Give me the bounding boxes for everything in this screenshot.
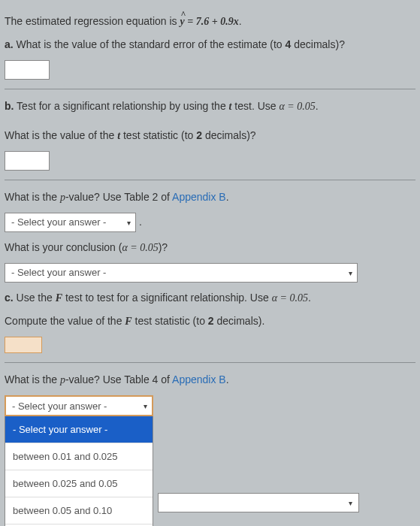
fstat-pre: Compute the value of the <box>5 315 125 327</box>
dropdown-option[interactable]: between 0.05 and 0.10 <box>5 497 153 524</box>
tstat-two: 2 <box>196 129 202 141</box>
part-b-period: . <box>316 100 319 112</box>
pvalb-p: p <box>60 192 65 203</box>
separator-3 <box>5 362 415 363</box>
part-c-label: c. <box>5 292 14 304</box>
pvalue-b-question: What is the p-value? Use Table 2 of Appe… <box>5 189 415 205</box>
appendix-b-link-2[interactable]: Appendix B <box>172 373 226 385</box>
dropdown-selected-label: - Select your answer - <box>12 401 107 412</box>
concl-post: )? <box>159 241 168 253</box>
intro-period: . <box>239 15 242 27</box>
part-c-period: . <box>308 292 311 304</box>
pvalc-p: p <box>60 374 65 385</box>
regression-equation-text: The estimated regression equation is y =… <box>5 14 415 29</box>
pvalue-c-dropdown-list: - Select your answer - between 0.01 and … <box>5 416 153 526</box>
part-a-text2: decimals)? <box>291 38 345 50</box>
separator-1 <box>5 89 415 89</box>
part-c-prompt: c. Use the F test to test for a signific… <box>5 290 415 306</box>
dropdown-option[interactable]: between 0.025 and 0.05 <box>5 470 153 497</box>
part-c-text2: test to test for a significant relations… <box>62 292 272 304</box>
part-b-text2: test. Use <box>231 100 279 112</box>
pvalb-mid: -value? Use Table 2 of <box>65 191 172 203</box>
t-stat-question: What is the value of the t test statisti… <box>5 128 415 144</box>
select-label: - Select your answer - <box>11 215 106 230</box>
part-b-text: Test for a significant relationship by u… <box>14 100 228 112</box>
pvalue-c-dropdown[interactable]: - Select your answer - ▾ - Select your a… <box>5 395 153 416</box>
part-b-label: b. <box>5 100 14 112</box>
standard-error-input[interactable] <box>5 60 50 80</box>
fstat-F: F <box>125 316 131 327</box>
chevron-down-icon: ▾ <box>127 217 131 228</box>
pvalue-b-select[interactable]: - Select your answer - ▾ <box>5 213 136 232</box>
appendix-b-link-1[interactable]: Appendix B <box>172 191 226 203</box>
pvalc-period: . <box>226 373 229 385</box>
equation-x: x <box>234 16 239 27</box>
chevron-down-icon: ▾ <box>349 499 352 507</box>
part-a-label: a. <box>5 38 14 50</box>
alpha-b: α = 0.05 <box>279 101 316 112</box>
part-a-text: What is the value of the standard error … <box>14 38 286 50</box>
chevron-down-icon: ▾ <box>349 268 352 279</box>
conclusion-question: What is your conclusion (α = 0.05)? <box>5 240 415 255</box>
concl-pre: What is your conclusion ( <box>5 241 122 253</box>
pvalb-period: . <box>226 191 229 203</box>
concl-alpha: α = 0.05 <box>122 242 158 253</box>
pvalc-mid: -value? Use Table 4 of <box>65 373 172 385</box>
pvalue-c-select-button[interactable]: - Select your answer - ▾ <box>5 395 153 416</box>
conclusion-c-select-partial[interactable]: ▾ <box>158 493 359 512</box>
alpha-c: α = 0.05 <box>272 292 308 304</box>
dropdown-option[interactable]: between 0.01 and 0.025 <box>5 443 153 470</box>
part-a-prompt: a. What is the value of the standard err… <box>5 37 415 53</box>
part-c-text: Use the <box>14 292 56 304</box>
tstat-post2: decimals)? <box>202 129 256 141</box>
f-stat-question: Compute the value of the F test statisti… <box>5 313 415 329</box>
pvalb-pre: What is the <box>5 191 60 203</box>
tstat-pre: What is the value of the <box>5 129 117 141</box>
f-statistic-input[interactable] <box>5 337 42 353</box>
pvalue-c-question: What is the p-value? Use Table 4 of Appe… <box>5 372 415 388</box>
separator-2 <box>5 180 415 180</box>
question-container: The estimated regression equation is y =… <box>5 14 415 526</box>
pvalc-pre: What is the <box>5 373 60 385</box>
chevron-down-icon: ▾ <box>144 402 147 410</box>
fstat-post: test statistic (to <box>132 315 208 327</box>
tstat-post: test statistic (to <box>120 129 196 141</box>
fstat-two: 2 <box>208 315 214 327</box>
select-label-wide: - Select your answer - <box>11 265 106 280</box>
intro-prefix: The estimated regression equation is <box>5 15 180 27</box>
equation-body: = 7.6 + 0.9 <box>185 16 234 27</box>
y-hat: y <box>180 14 184 29</box>
t-statistic-input[interactable] <box>5 151 50 171</box>
conclusion-select[interactable]: - Select your answer - ▾ <box>5 263 358 283</box>
part-b-prompt: b. Test for a significant relationship b… <box>5 98 415 114</box>
dropdown-option[interactable]: - Select your answer - <box>5 416 153 443</box>
trailing-period: . <box>136 216 142 228</box>
fstat-post2: decimals). <box>214 315 265 327</box>
F-symbol: F <box>56 292 62 304</box>
